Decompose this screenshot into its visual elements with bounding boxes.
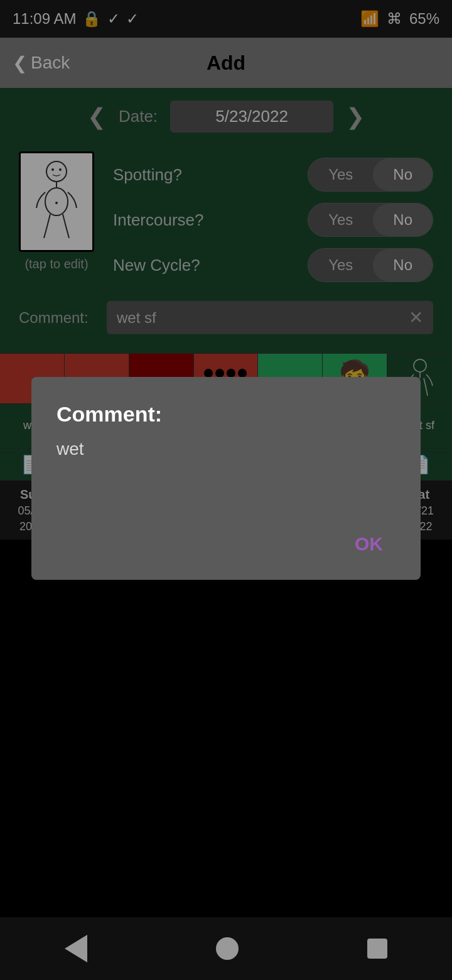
modal-actions: OK — [56, 527, 396, 561]
modal-overlay: Comment: wet OK — [0, 0, 452, 980]
modal-dialog: Comment: wet OK — [31, 377, 421, 580]
modal-title: Comment: — [56, 402, 396, 427]
modal-ok-button[interactable]: OK — [342, 527, 396, 561]
modal-content: wet — [56, 439, 396, 514]
